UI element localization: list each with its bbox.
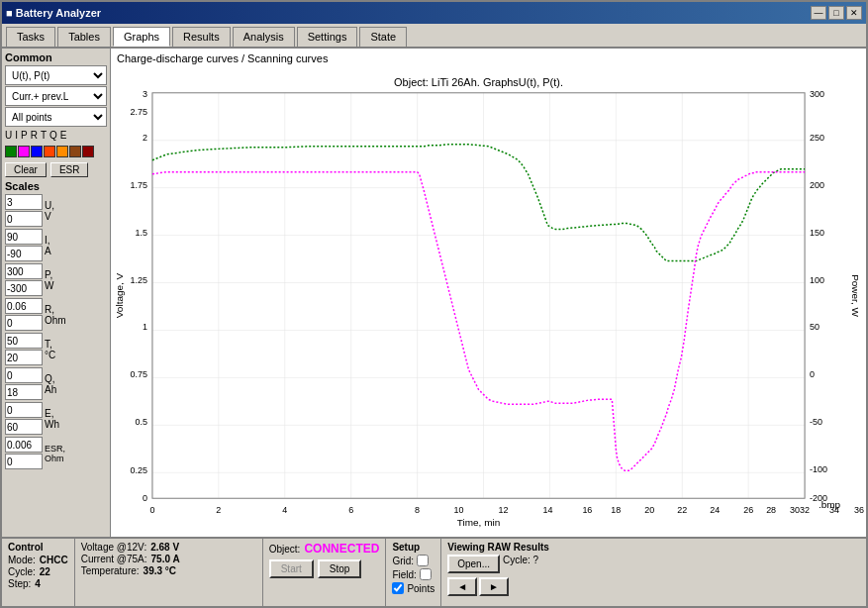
chart-subtitle: Charge-discharge curves / Scanning curve… — [113, 51, 864, 66]
u-color-box[interactable] — [5, 146, 17, 157]
grid-checkbox[interactable] — [417, 555, 429, 566]
svg-text:10: 10 — [454, 505, 464, 515]
step-label: Step: — [8, 578, 31, 589]
tab-analysis[interactable]: Analysis — [233, 27, 295, 47]
scale-row-t: T,°C — [5, 333, 107, 365]
svg-text:26: 26 — [743, 505, 753, 515]
current-label: Current @75A: — [81, 554, 147, 564]
u-min-input[interactable] — [5, 211, 43, 227]
control-section: Control Mode: CHCC Cycle: 22 Step: 4 — [2, 539, 75, 606]
p-label: P — [21, 130, 28, 141]
svg-text:36: 36 — [854, 505, 864, 515]
tab-settings[interactable]: Settings — [297, 27, 358, 47]
prev-button[interactable]: ◄ — [447, 577, 477, 596]
stop-button[interactable]: Stop — [318, 559, 362, 578]
u-unit: U,V — [45, 200, 66, 222]
svg-text:16: 16 — [582, 505, 592, 515]
title-bar: ■ Battery Analyzer — □ ✕ — [2, 2, 866, 24]
svg-text:2: 2 — [143, 133, 147, 143]
svg-text:0: 0 — [810, 369, 815, 379]
esr-min-input[interactable] — [5, 454, 43, 469]
object-section: Object: CONNECTED Start Stop — [263, 539, 387, 606]
start-button[interactable]: Start — [269, 559, 314, 578]
bmp-label: .bmp — [819, 499, 841, 510]
e-color-box[interactable] — [82, 146, 94, 157]
chart-svg: Object: LiTi 26Ah. GraphsU(t), P(t). 0 0… — [113, 66, 864, 535]
field-checkbox[interactable] — [420, 568, 432, 580]
points-checkbox[interactable] — [392, 582, 404, 594]
step-row: Step: 4 — [8, 578, 68, 589]
r-color-box[interactable] — [44, 146, 55, 157]
i-color-box[interactable] — [18, 146, 30, 157]
t-max-input[interactable] — [5, 333, 43, 349]
graph-type-dropdown[interactable]: U(t), P(t) — [5, 65, 107, 85]
maximize-button[interactable]: □ — [828, 6, 844, 20]
esr-button[interactable]: ESR — [50, 162, 89, 177]
points-row: Points — [392, 582, 434, 594]
field-label: Field: — [392, 569, 416, 580]
tab-tables[interactable]: Tables — [57, 27, 111, 47]
svg-text:14: 14 — [542, 505, 552, 515]
main-content: Common U(t), P(t) Curr.+ prev.L All poin… — [2, 49, 866, 537]
svg-text:1.75: 1.75 — [130, 180, 146, 190]
p-min-input[interactable] — [5, 280, 43, 296]
temp-row: Temperature: 39.3 °C — [81, 565, 256, 576]
svg-text:Power, W: Power, W — [850, 274, 861, 317]
chart-container: Object: LiTi 26Ah. GraphsU(t), P(t). 0 0… — [113, 66, 864, 535]
svg-text:2: 2 — [216, 505, 221, 515]
r-min-input[interactable] — [5, 315, 43, 331]
q-color-box[interactable] — [69, 146, 81, 157]
svg-text:28: 28 — [766, 505, 776, 515]
tab-state[interactable]: State — [359, 27, 407, 47]
u-max-input[interactable] — [5, 194, 43, 210]
r-max-input[interactable] — [5, 298, 43, 314]
svg-text:200: 200 — [810, 180, 824, 190]
scale-row-q: Q,Ah — [5, 367, 107, 400]
points-dropdown[interactable]: All points — [5, 107, 107, 127]
svg-text:8: 8 — [415, 505, 420, 515]
svg-text:Object: LiTi 26Ah. GraphsU(t),: Object: LiTi 26Ah. GraphsU(t), P(t). — [394, 76, 563, 88]
q-unit: Q,Ah — [45, 373, 66, 395]
current-row: Current @75A: 75.0 A — [81, 554, 256, 564]
next-button[interactable]: ► — [479, 577, 509, 596]
e-max-input[interactable] — [5, 402, 43, 418]
svg-text:0.75: 0.75 — [130, 369, 146, 379]
mode-label: Mode: — [8, 555, 36, 565]
minimize-button[interactable]: — — [811, 6, 826, 20]
mode-value: CHCC — [40, 555, 68, 565]
voltage-value: 2.68 V — [150, 542, 179, 553]
e-min-input[interactable] — [5, 419, 43, 435]
clear-esr-row: Clear ESR — [5, 162, 107, 177]
svg-text:6: 6 — [348, 505, 353, 515]
tab-results[interactable]: Results — [172, 27, 231, 47]
svg-text:0: 0 — [149, 505, 154, 515]
cycle-label: Cycle: — [8, 566, 36, 577]
u-label: U — [5, 130, 12, 141]
p-max-input[interactable] — [5, 263, 43, 279]
clear-button[interactable]: Clear — [5, 162, 47, 177]
scale-row-e: E,Wh — [5, 402, 107, 435]
i-max-input[interactable] — [5, 229, 43, 245]
svg-text:0: 0 — [143, 493, 147, 503]
curve-mode-dropdown[interactable]: Curr.+ prev.L — [5, 86, 107, 106]
svg-text:1.25: 1.25 — [130, 275, 146, 285]
svg-text:300: 300 — [810, 89, 824, 99]
p-color-box[interactable] — [31, 146, 43, 157]
cycle-row: Cycle: 22 — [8, 566, 68, 577]
svg-text:0.5: 0.5 — [135, 417, 146, 427]
svg-text:0.25: 0.25 — [130, 465, 146, 475]
tab-tasks[interactable]: Tasks — [6, 27, 55, 47]
title-bar-text: ■ Battery Analyzer — [6, 7, 101, 19]
i-min-input[interactable] — [5, 246, 43, 261]
q-max-input[interactable] — [5, 367, 43, 383]
t-color-box[interactable] — [56, 146, 68, 157]
close-button[interactable]: ✕ — [846, 6, 862, 20]
left-panel: Common U(t), P(t) Curr.+ prev.L All poin… — [2, 49, 111, 537]
t-min-input[interactable] — [5, 350, 43, 365]
svg-text:150: 150 — [810, 228, 824, 238]
tab-graphs[interactable]: Graphs — [113, 27, 170, 47]
esr-max-input[interactable] — [5, 437, 43, 453]
svg-text:250: 250 — [810, 133, 824, 143]
q-min-input[interactable] — [5, 384, 43, 400]
open-button[interactable]: Open... — [447, 555, 500, 573]
